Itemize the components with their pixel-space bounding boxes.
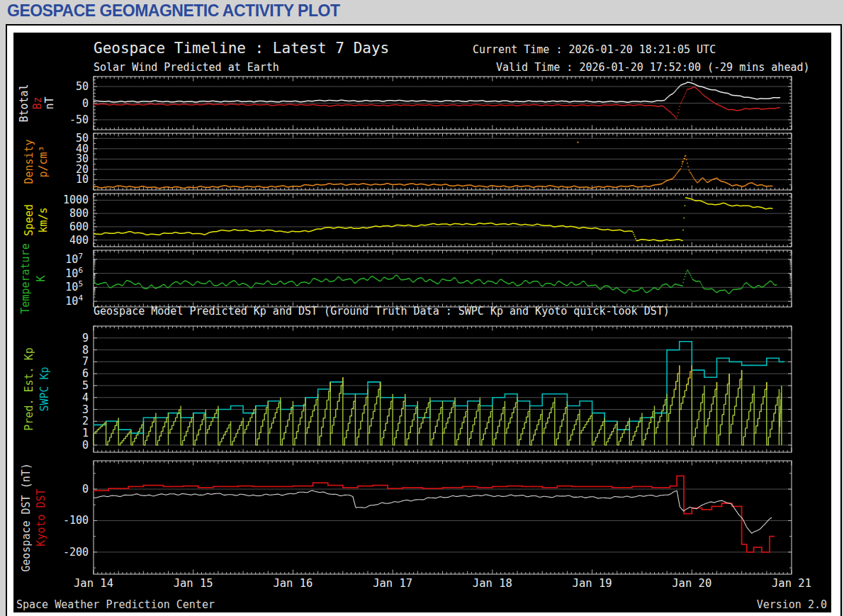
svg-text:104: 104	[65, 293, 83, 308]
svg-text:K: K	[35, 275, 47, 281]
svg-text:SWPC Kp: SWPC Kp	[38, 366, 51, 411]
svg-text:3: 3	[82, 403, 89, 416]
svg-text:Geospace DST (nT): Geospace DST (nT)	[20, 463, 33, 572]
svg-text:Jan 19: Jan 19	[573, 577, 612, 590]
svg-text:Jan 15: Jan 15	[174, 577, 213, 590]
footer-version: Version 2.0	[757, 598, 827, 611]
geospace-plot-svg: 500-50BtotalBznT5040302010Densityp/cm³10…	[13, 33, 831, 612]
svg-text:0: 0	[82, 97, 89, 110]
svg-text:Jan 14: Jan 14	[74, 577, 113, 590]
svg-text:10: 10	[76, 173, 89, 186]
svg-text:7: 7	[82, 355, 89, 368]
svg-text:Kyoto DST: Kyoto DST	[35, 488, 47, 546]
svg-text:1: 1	[82, 427, 89, 439]
svg-text:Btotal: Btotal	[18, 84, 30, 122]
svg-text:600: 600	[69, 220, 89, 233]
svg-text:105: 105	[65, 279, 83, 293]
plot-footer: Space Weather Prediction Center Version …	[16, 598, 827, 611]
svg-text:Bz: Bz	[31, 96, 44, 109]
svg-text:Speed: Speed	[23, 204, 35, 236]
svg-text:107: 107	[65, 252, 83, 266]
svg-text:Jan 20: Jan 20	[672, 577, 711, 590]
svg-text:-200: -200	[63, 546, 89, 559]
svg-text:6: 6	[82, 367, 89, 380]
svg-text:nT: nT	[43, 96, 56, 109]
svg-text:50: 50	[76, 80, 89, 93]
svg-text:Jan 21: Jan 21	[772, 577, 811, 590]
svg-text:4: 4	[82, 391, 89, 404]
svg-text:2: 2	[82, 415, 89, 427]
svg-text:800: 800	[69, 207, 89, 220]
plot-frame-box: Geospace Timeline : Latest 7 Days Curren…	[6, 24, 842, 616]
svg-text:Density: Density	[23, 139, 35, 184]
svg-text:-100: -100	[63, 514, 89, 527]
svg-text:8: 8	[82, 344, 89, 357]
page-title: GEOSPACE GEOMAGNETIC ACTIVITY PLOT	[7, 1, 339, 21]
svg-text:0: 0	[82, 439, 89, 452]
svg-text:Jan 17: Jan 17	[373, 577, 412, 590]
svg-text:0: 0	[82, 483, 89, 495]
svg-text:5: 5	[82, 379, 89, 392]
footer-credit: Space Weather Prediction Center	[16, 598, 215, 611]
svg-text:p/cm³: p/cm³	[37, 145, 50, 177]
svg-text:9: 9	[82, 332, 89, 345]
svg-text:-50: -50	[69, 113, 89, 126]
svg-text:Jan 18: Jan 18	[473, 577, 512, 590]
svg-text:106: 106	[65, 266, 83, 280]
svg-text:Temperature: Temperature	[19, 243, 32, 313]
svg-text:Pred. Est. Kp: Pred. Est. Kp	[23, 347, 35, 430]
geospace-plot: Geospace Timeline : Latest 7 Days Curren…	[13, 33, 831, 612]
svg-text:1000: 1000	[63, 194, 89, 206]
svg-text:Jan 16: Jan 16	[273, 577, 313, 590]
svg-text:km/s: km/s	[37, 207, 50, 233]
svg-text:400: 400	[69, 234, 89, 247]
